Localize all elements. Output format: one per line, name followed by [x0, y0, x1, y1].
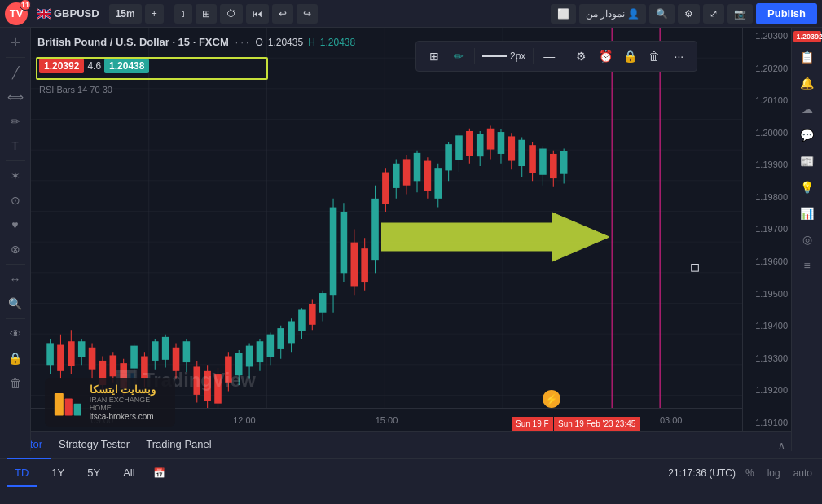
svg-rect-81	[424, 161, 432, 191]
right-sidebar: 1.20392 📋 🔔 ☁ 💬 📰 💡 📊 ◎ ≡	[791, 28, 822, 451]
chat-button[interactable]: 💬	[796, 124, 819, 147]
svg-rect-53	[277, 328, 284, 349]
redo-button[interactable]: ↪	[297, 4, 318, 24]
user-icon: 👤	[627, 8, 640, 20]
candlestick-chart: 📊 TradingView	[31, 28, 791, 431]
lock-tool[interactable]: 🔒	[4, 347, 27, 370]
dt-delete-btn[interactable]: 🗑	[643, 45, 666, 68]
lightning-bolt-button[interactable]: ⚡	[543, 390, 560, 408]
svg-rect-85	[445, 144, 452, 170]
svg-rect-25	[130, 346, 138, 369]
app-logo[interactable]: TV 11	[5, 2, 28, 25]
brush-tool[interactable]: ✏	[4, 110, 27, 133]
pattern-tool[interactable]: ⊗	[4, 238, 27, 261]
fullscreen-icon: ⬜	[557, 8, 569, 20]
period-5y[interactable]: 5Y	[79, 459, 108, 487]
change-value: 4.6	[87, 60, 101, 72]
svg-rect-95	[498, 132, 505, 154]
symbol-label: GBPUSD	[54, 7, 99, 20]
object-select-tool[interactable]: ⊞	[423, 45, 446, 68]
chart-type-button[interactable]: ⫾	[174, 4, 192, 24]
text-tool[interactable]: T	[4, 134, 27, 157]
user-button[interactable]: 👤 نمودار من	[579, 4, 646, 24]
watchlist-button[interactable]: 📋	[796, 46, 819, 68]
strategy-button[interactable]: ◎	[796, 228, 819, 251]
drawing-toolbar: ⊞ ✏ 2px — ⚙ ⏰ 🔒 🗑 ···	[415, 41, 697, 72]
calendar-icon[interactable]: 📅	[150, 467, 169, 479]
svg-rect-71	[371, 199, 379, 260]
dashed-line-btn[interactable]: —	[538, 45, 560, 68]
current-price-badge: 1.20392	[793, 31, 821, 42]
dt-settings-btn[interactable]: ⚙	[569, 45, 592, 68]
svg-rect-15	[78, 341, 86, 357]
ideas-button[interactable]: 💡	[796, 176, 819, 199]
clock-icon: ⏱	[226, 8, 236, 20]
cursor-tool[interactable]: ✛	[4, 31, 27, 54]
dt-more-btn[interactable]: ···	[667, 45, 690, 68]
replay-button[interactable]: ⏱	[220, 4, 243, 24]
shape-tool[interactable]: ⊙	[4, 189, 27, 212]
itsca-sub: IRAN EXCHANGE HOME	[90, 396, 167, 412]
svg-rect-107	[560, 151, 568, 174]
tab-trading[interactable]: Trading Panel	[138, 432, 219, 459]
price-label-10: 1.19400	[746, 321, 788, 331]
bar-chart-icon: ⫾	[181, 8, 186, 20]
percent-toggle[interactable]: %	[742, 467, 758, 479]
svg-rect-103	[539, 149, 547, 175]
dt-lock-btn[interactable]: 🔒	[618, 45, 641, 68]
grid-icon: ⊞	[202, 8, 210, 20]
price-label-5: 1.19900	[746, 160, 788, 169]
undo-button[interactable]: ↩	[272, 4, 293, 24]
eye-tool[interactable]: 👁	[4, 322, 27, 345]
bottom-bar: Editor Strategy Tester Trading Panel ∧ ⤢…	[0, 431, 822, 504]
add-button[interactable]: +	[145, 4, 164, 24]
auto-toggle[interactable]: auto	[790, 467, 815, 479]
time-label-0300: 03:00	[660, 415, 683, 425]
cloud-button[interactable]: ☁	[796, 98, 819, 121]
fibonacci-tool[interactable]: ♥	[4, 213, 27, 236]
trash-tool[interactable]: 🗑	[4, 371, 27, 394]
svg-rect-111	[55, 393, 64, 415]
publish-button[interactable]: Publish	[756, 3, 817, 24]
zoom-tool[interactable]: 🔍	[4, 292, 27, 315]
price-label-8: 1.19600	[746, 256, 788, 266]
time-label-1200: 12:00	[233, 415, 256, 425]
camera-button[interactable]: 📷	[727, 4, 753, 24]
log-toggle[interactable]: log	[764, 467, 784, 479]
measure-tool[interactable]: ✶	[4, 164, 27, 187]
period-all[interactable]: All	[115, 459, 143, 487]
pen-tool[interactable]: ✏	[447, 45, 470, 68]
timeframe-button[interactable]: 15m	[109, 4, 142, 24]
price-label-6: 1.19800	[746, 192, 788, 202]
svg-rect-69	[361, 248, 368, 282]
search-button[interactable]: 🔍	[649, 4, 675, 24]
alert-button[interactable]: 🔔	[796, 72, 819, 94]
fullscreen-button[interactable]: ⬜	[551, 4, 576, 24]
layers-button[interactable]: ≡	[796, 254, 819, 277]
layout-button[interactable]: ⊞	[196, 4, 217, 24]
back-button[interactable]: ⏮	[246, 4, 269, 24]
svg-rect-101	[529, 145, 536, 173]
horizontal-line-tool[interactable]: ⟺	[4, 85, 27, 108]
svg-rect-99	[518, 140, 525, 166]
period-1y[interactable]: 1Y	[43, 459, 73, 487]
chevron-up-button[interactable]: ∧	[775, 440, 789, 451]
expand-icon: ⤢	[710, 8, 718, 20]
trend-line-tool[interactable]: ╱	[4, 61, 27, 84]
period-td[interactable]: TD	[7, 459, 37, 487]
settings-button[interactable]: ⚙	[678, 4, 700, 24]
symbol-selector[interactable]: GBPUSD	[31, 7, 106, 20]
line-style-display: 2px	[479, 50, 529, 62]
dt-alert-btn[interactable]: ⏰	[594, 45, 617, 68]
sidebar-separator-4	[6, 318, 25, 319]
svg-rect-65	[341, 212, 348, 273]
expand-button[interactable]: ⤢	[703, 4, 724, 24]
itsca-watermark: وبسایت ایتسکا IRAN EXCHANGE HOME itsca-b…	[45, 378, 175, 427]
search-icon: 🔍	[656, 8, 668, 20]
indicators-button[interactable]: 📊	[796, 202, 819, 225]
svg-rect-29	[152, 341, 159, 361]
ruler-tool[interactable]: ↔	[4, 268, 27, 291]
news-button[interactable]: 📰	[796, 150, 819, 173]
tab-strategy[interactable]: Strategy Tester	[51, 432, 138, 459]
rsi-label: RSI Bars 14 70 30	[39, 85, 112, 94]
